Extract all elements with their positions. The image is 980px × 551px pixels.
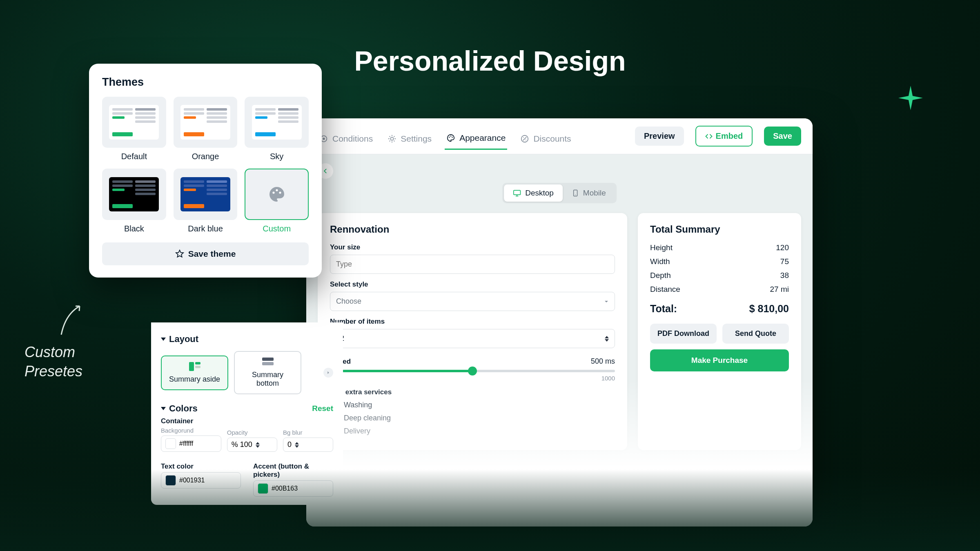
svg-point-2	[391, 137, 394, 140]
svg-point-12	[279, 191, 281, 193]
layout-label: Summary aside	[169, 375, 220, 383]
layout-bottom-option[interactable]: Summary bottom	[234, 351, 301, 394]
summary-row: Height120	[650, 243, 789, 252]
step-down-icon[interactable]	[605, 339, 609, 342]
accent-color-input[interactable]: #00B163	[253, 480, 333, 497]
sparkle-icon	[898, 86, 923, 110]
colors-section-header[interactable]: Colors	[161, 403, 198, 414]
view-desktop[interactable]: Desktop	[504, 184, 563, 202]
blur-input[interactable]: 0	[283, 438, 333, 452]
desktop-icon	[513, 189, 521, 197]
toggle-label: Mobile	[583, 189, 606, 198]
save-theme-button[interactable]: Save theme	[102, 242, 309, 265]
config-panel: Layout Summary aside Summary bottom Colo…	[151, 322, 343, 505]
tab-conditions[interactable]: Conditions	[318, 131, 374, 149]
checkbox-delivery[interactable]: Delivery	[330, 427, 615, 435]
speed-slider[interactable]	[330, 370, 615, 372]
reset-button[interactable]: Reset	[312, 404, 333, 413]
slider-max: 1000	[601, 375, 615, 382]
layout-label: Summary bottom	[252, 371, 283, 387]
purchase-button[interactable]: Make Purchase	[650, 349, 789, 371]
total-label: Total:	[650, 303, 677, 315]
save-theme-label: Save theme	[188, 249, 236, 259]
summary-row: Depth38	[650, 271, 789, 280]
save-button[interactable]: Save	[764, 127, 801, 146]
tab-discounts[interactable]: Discounts	[519, 131, 572, 149]
quote-button[interactable]: Send Quote	[722, 324, 789, 344]
section-title: Layout	[169, 334, 198, 344]
theme-darkblue[interactable]: Dark blue	[174, 169, 238, 233]
gear-icon	[388, 134, 396, 143]
tab-label: Discounts	[533, 134, 571, 144]
app-panel: Conditions Settings Appearance Discounts…	[306, 118, 813, 527]
chevron-down-icon	[604, 299, 609, 304]
tab-label: Settings	[401, 134, 432, 144]
embed-label: Embed	[716, 131, 743, 141]
step-up-icon[interactable]	[605, 336, 609, 338]
svg-point-3	[449, 137, 450, 138]
mobile-icon	[572, 189, 579, 197]
tab-appearance[interactable]: Appearance	[445, 130, 507, 150]
preview-button[interactable]: Preview	[635, 127, 684, 146]
svg-point-4	[450, 136, 451, 136]
theme-sky[interactable]: Sky	[245, 97, 309, 161]
checkbox-washing[interactable]: Washing	[330, 400, 615, 409]
svg-point-9	[575, 195, 576, 196]
summary-card: Total Summary Height120 Width75 Depth38 …	[638, 213, 801, 450]
items-stepper[interactable]: 12	[330, 329, 615, 348]
palette-icon	[267, 184, 287, 204]
hero-title: Personalized Design	[354, 45, 626, 77]
size-input[interactable]	[330, 255, 615, 274]
form-title: Rennovation	[330, 224, 615, 235]
layout-section-header[interactable]: Layout	[161, 334, 333, 344]
theme-label: Orange	[174, 152, 238, 161]
style-label: Select style	[330, 280, 615, 289]
summary-row: Distance27 mi	[650, 285, 789, 294]
theme-orange[interactable]: Orange	[174, 97, 238, 161]
embed-button[interactable]: Embed	[695, 126, 753, 147]
tab-settings[interactable]: Settings	[386, 131, 433, 149]
color-value: #001931	[179, 477, 205, 484]
bg-label: Backgorund	[161, 427, 221, 434]
layout-aside-option[interactable]: Summary aside	[161, 355, 228, 390]
app-body: Desktop Mobile Rennovation Your size Sel…	[306, 154, 813, 527]
bg-color-input[interactable]: #ffffff	[161, 435, 221, 452]
toggle-label: Desktop	[525, 189, 554, 198]
annotation-label: Custom Presetes	[24, 343, 82, 381]
opacity-value: % 100	[232, 440, 252, 449]
tab-label: Conditions	[332, 134, 373, 144]
star-icon	[175, 249, 184, 258]
arrow-annotation-icon	[57, 302, 86, 339]
opacity-label: Opacity	[227, 429, 277, 436]
svg-point-5	[452, 137, 453, 138]
summary-row: Width75	[650, 257, 789, 266]
tab-bar: Conditions Settings Appearance Discounts…	[306, 118, 813, 154]
svg-point-10	[272, 191, 274, 193]
checkbox-label: Deep cleaning	[344, 414, 391, 422]
theme-default[interactable]: Default	[102, 97, 166, 161]
color-value: #ffffff	[179, 440, 193, 447]
style-select[interactable]: Choose	[330, 292, 615, 311]
scroll-right-button[interactable]	[323, 368, 333, 378]
speed-value: 500 ms	[591, 357, 615, 366]
theme-custom[interactable]: Custom	[245, 169, 309, 233]
pdf-button[interactable]: PDF Download	[650, 324, 717, 344]
items-label: Number of items	[330, 318, 615, 326]
text-color-input[interactable]: #001931	[161, 472, 241, 489]
accent-label: Accent (button & pickers)	[253, 462, 333, 479]
slider-thumb[interactable]	[468, 367, 477, 375]
checkbox-label: Delivery	[344, 427, 370, 435]
opacity-input[interactable]: % 100	[227, 438, 277, 452]
svg-point-11	[276, 189, 278, 191]
blur-value: 0	[287, 440, 292, 449]
theme-black[interactable]: Black	[102, 169, 166, 233]
form-card: Rennovation Your size Select style Choos…	[318, 213, 627, 450]
theme-label: Black	[102, 224, 166, 233]
view-mobile[interactable]: Mobile	[563, 184, 615, 202]
checkbox-deep[interactable]: Deep cleaning	[330, 413, 615, 422]
size-label: Your size	[330, 243, 615, 251]
theme-label: Sky	[245, 152, 309, 161]
checkbox-label: Washing	[344, 401, 372, 409]
chevron-left-icon	[323, 168, 328, 174]
theme-label: Custom	[245, 224, 309, 233]
